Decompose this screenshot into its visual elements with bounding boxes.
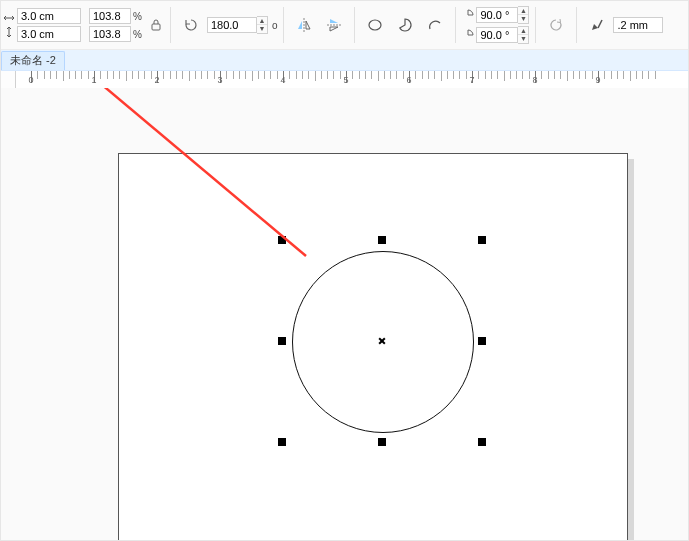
selection-handle[interactable]: [278, 337, 286, 345]
width-icon: [3, 12, 15, 24]
scale-x-field[interactable]: [89, 8, 131, 24]
document-tab[interactable]: 未命名 -2: [1, 51, 65, 70]
percent-unit: %: [133, 11, 142, 22]
svg-point-1: [369, 20, 381, 30]
document-tab-bar: 未命名 -2: [1, 50, 688, 71]
size-group: [3, 1, 81, 49]
svg-rect-0: [152, 24, 160, 30]
selection-center[interactable]: [377, 336, 387, 346]
lock-ratio-button[interactable]: [148, 17, 164, 33]
arc-button[interactable]: [421, 11, 449, 39]
scale-y-field[interactable]: [89, 26, 131, 42]
outline-pen-icon: [583, 11, 611, 39]
selection-handle[interactable]: [478, 438, 486, 446]
outline-group: [583, 1, 663, 49]
canvas[interactable]: [1, 88, 688, 540]
selection-handle[interactable]: [278, 438, 286, 446]
selection-handle[interactable]: [378, 236, 386, 244]
rotation-group: ▲▼ o: [177, 1, 278, 49]
ellipse-shape-group: [361, 1, 449, 49]
mirror-group: [290, 1, 348, 49]
end-angle-field[interactable]: ▲▼: [476, 26, 529, 44]
rotation-angle-field[interactable]: ▲▼: [207, 16, 268, 34]
outline-width-field[interactable]: [613, 17, 663, 33]
property-bar: % % ▲▼ o: [1, 1, 688, 50]
pie-button[interactable]: [391, 11, 419, 39]
degree-unit: o: [272, 20, 278, 31]
percent-unit: %: [133, 29, 142, 40]
app-frame: % % ▲▼ o: [0, 0, 689, 541]
mirror-vertical-button[interactable]: [320, 11, 348, 39]
arc-angle-group: ▲▼ ▲▼: [462, 1, 529, 49]
scale-group: % %: [89, 1, 164, 49]
selection-handle[interactable]: [378, 438, 386, 446]
end-angle-icon: [462, 29, 474, 41]
size-icons: [3, 12, 15, 38]
selection-handle[interactable]: [278, 236, 286, 244]
selection-handle[interactable]: [478, 236, 486, 244]
object-width-field[interactable]: [17, 8, 81, 24]
ellipse-button[interactable]: [361, 11, 389, 39]
object-height-field[interactable]: [17, 26, 81, 42]
document-tab-label: 未命名 -2: [10, 53, 56, 68]
mirror-horizontal-button[interactable]: [290, 11, 318, 39]
swap-direction-button[interactable]: [542, 11, 570, 39]
height-icon: [3, 26, 15, 38]
start-angle-icon: [462, 9, 474, 21]
start-angle-field[interactable]: ▲▼: [476, 6, 529, 24]
rotate-icon: [177, 11, 205, 39]
selection-handle[interactable]: [478, 337, 486, 345]
